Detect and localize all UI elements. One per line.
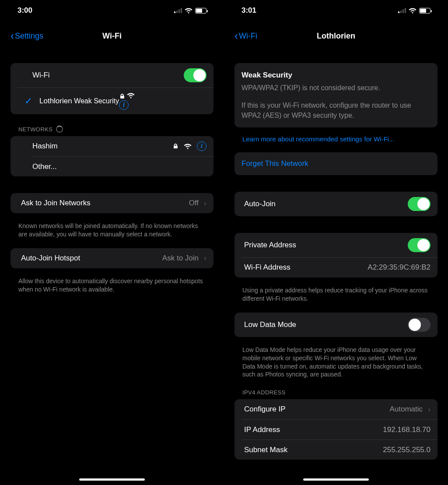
nav-bar: ‹ Wi-Fi Lothlorien: [234, 25, 438, 46]
cellular-icon: [398, 8, 406, 13]
lowdata-footer: Low Data Mode helps reduce your iPhone d…: [234, 343, 438, 389]
forget-network-group: Forget This Network: [234, 152, 438, 175]
ip-address-value: 192.168.18.70: [383, 425, 430, 434]
ask-join-row[interactable]: Ask to Join Networks Off ›: [10, 193, 214, 213]
network-name: Hashim: [32, 142, 172, 151]
home-indicator[interactable]: [303, 478, 369, 481]
configure-ip-row[interactable]: Configure IP Automatic ›: [234, 399, 438, 419]
spinner-icon: [56, 126, 63, 133]
configure-ip-label: Configure IP: [244, 405, 389, 414]
other-network-row[interactable]: Other...: [32, 156, 214, 176]
networks-header: NETWORKS: [10, 120, 214, 136]
lowdata-group: Low Data Mode: [234, 313, 438, 337]
ask-join-group: Ask to Join Networks Off ›: [10, 193, 214, 213]
network-detail-screen: 3:01 ‹ Wi-Fi Lothlorien Weak Security WP…: [224, 0, 448, 485]
status-time: 3:00: [18, 6, 32, 15]
other-label: Other...: [32, 162, 206, 171]
nav-bar: ‹ Settings Wi-Fi: [10, 25, 214, 46]
subnet-value: 255.255.255.0: [383, 446, 430, 454]
back-button[interactable]: ‹ Wi-Fi: [234, 31, 257, 41]
back-label: Settings: [15, 32, 43, 41]
forget-network-button[interactable]: Forget This Network: [234, 152, 438, 175]
networks-group: Hashim 🔒︎ i Other...: [10, 136, 214, 176]
wifi-address-value: A2:29:35:9C:69:B2: [368, 263, 430, 272]
warning-line1: WPA/WPA2 (TKIP) is not considered secure…: [242, 83, 430, 93]
chevron-right-icon: ›: [428, 405, 430, 414]
hotspot-row[interactable]: Auto-Join Hotspot Ask to Join ›: [10, 248, 214, 268]
subnet-label: Subnet Mask: [244, 446, 383, 454]
wifi-icon: [185, 8, 192, 14]
chevron-left-icon: ‹: [10, 31, 14, 41]
status-indicators: [174, 8, 206, 14]
info-icon[interactable]: i: [197, 141, 206, 151]
subnet-row: Subnet Mask 255.255.255.0: [242, 439, 438, 460]
private-address-row[interactable]: Private Address: [234, 233, 438, 257]
ipv4-group: Configure IP Automatic › IP Address 192.…: [234, 399, 438, 460]
ask-join-value: Off: [189, 199, 199, 207]
lowdata-row[interactable]: Low Data Mode: [234, 313, 438, 337]
private-address-label: Private Address: [244, 241, 408, 250]
autojoin-toggle[interactable]: [408, 197, 430, 211]
hotspot-group: Auto-Join Hotspot Ask to Join ›: [10, 248, 214, 268]
wifi-settings-screen: 3:00 ‹ Settings Wi-Fi Wi-Fi ✓: [0, 0, 224, 485]
lock-icon: 🔒︎: [119, 93, 125, 100]
configure-ip-value: Automatic: [389, 405, 423, 414]
home-indicator[interactable]: [79, 478, 145, 481]
status-bar: 3:01: [234, 4, 438, 17]
chevron-left-icon: ‹: [234, 31, 238, 41]
checkmark-icon: ✓: [24, 95, 39, 107]
hotspot-label: Auto-Join Hotspot: [21, 254, 162, 263]
ipv4-header: IPV4 ADDRESS: [234, 388, 438, 399]
private-address-group: Private Address Wi-Fi Address A2:29:35:9…: [234, 233, 438, 278]
cellular-icon: [174, 8, 182, 13]
status-time: 3:01: [242, 6, 256, 15]
ip-address-row: IP Address 192.168.18.70: [242, 419, 438, 439]
security-warning-card: Weak Security WPA/WPA2 (TKIP) is not con…: [234, 63, 438, 127]
page-title: Lothlorien: [234, 32, 438, 41]
status-bar: 3:00: [10, 4, 214, 17]
autojoin-row[interactable]: Auto-Join: [234, 192, 438, 216]
ask-join-footer: Known networks will be joined automatica…: [10, 219, 214, 248]
connected-sub: Weak Security: [74, 97, 119, 105]
chevron-right-icon: ›: [204, 253, 206, 263]
ip-address-label: IP Address: [244, 425, 383, 434]
connected-name: Lothlorien: [39, 97, 72, 105]
private-address-footer: Using a private address helps reduce tra…: [234, 284, 438, 313]
warning-title: Weak Security: [242, 70, 430, 81]
wifi-strength-icon: [127, 93, 135, 98]
chevron-right-icon: ›: [204, 199, 206, 208]
wifi-toggle[interactable]: [184, 68, 206, 82]
autojoin-label: Auto-Join: [244, 200, 408, 208]
lock-icon: 🔒︎: [172, 143, 178, 150]
wifi-address-label: Wi-Fi Address: [244, 263, 368, 272]
info-icon[interactable]: i: [119, 100, 129, 110]
autojoin-group: Auto-Join: [234, 192, 438, 216]
network-row[interactable]: Hashim 🔒︎ i: [10, 136, 214, 156]
ask-join-label: Ask to Join Networks: [21, 199, 189, 207]
back-label: Wi-Fi: [239, 32, 257, 41]
back-button[interactable]: ‹ Settings: [10, 31, 43, 41]
learn-more-link[interactable]: Learn more about recommended settings fo…: [234, 134, 438, 152]
private-address-toggle[interactable]: [408, 238, 430, 252]
connected-network-row[interactable]: ✓ Lothlorien Weak Security 🔒︎ i: [18, 88, 214, 114]
wifi-icon: [409, 8, 416, 14]
hotspot-footer: Allow this device to automatically disco…: [10, 274, 214, 303]
lowdata-label: Low Data Mode: [244, 320, 408, 329]
hotspot-value: Ask to Join: [162, 254, 199, 263]
wifi-toggle-row[interactable]: Wi-Fi: [10, 63, 214, 88]
wifi-label: Wi-Fi: [32, 71, 184, 80]
wifi-toggle-group: Wi-Fi ✓ Lothlorien Weak Security 🔒︎ i: [10, 63, 214, 114]
battery-icon: [195, 8, 206, 14]
status-indicators: [398, 8, 430, 14]
battery-icon: [419, 8, 430, 14]
warning-line2: If this is your Wi-Fi network, configure…: [242, 101, 430, 120]
wifi-strength-icon: [184, 144, 192, 149]
lowdata-toggle[interactable]: [408, 318, 430, 332]
wifi-address-row: Wi-Fi Address A2:29:35:9C:69:B2: [242, 257, 438, 278]
